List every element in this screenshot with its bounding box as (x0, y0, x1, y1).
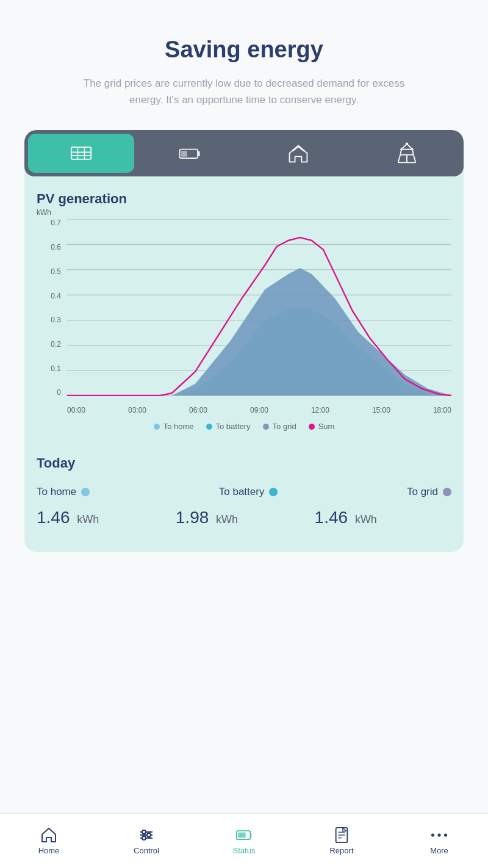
y-label-0: 0 (37, 389, 65, 396)
chart-section: PV generation kWh 0 0.1 0.2 0.3 0.4 0.5 … (24, 176, 464, 437)
bottom-nav: Home Control Status Report (0, 813, 488, 868)
y-label-2: 0.2 (37, 341, 65, 348)
svg-point-47 (444, 833, 447, 836)
legend-label-grid: To grid (273, 422, 296, 431)
stats-values-row: 1.46 kWh 1.98 kWh 1.46 kWh (37, 508, 451, 527)
page-title: Saving energy (24, 37, 464, 63)
stat-value-battery: 1.98 kWh (176, 508, 312, 527)
nav-more[interactable]: More (390, 826, 488, 855)
legend-label-battery: To battery (216, 422, 251, 431)
nav-home[interactable]: Home (0, 826, 98, 855)
stat-value-grid: 1.46 kWh (315, 508, 451, 527)
status-nav-icon (235, 826, 253, 844)
nav-more-label: More (430, 846, 448, 855)
y-axis-labels: 0 0.1 0.2 0.3 0.4 0.5 0.6 0.7 (37, 219, 65, 396)
svg-rect-7 (181, 151, 187, 157)
svg-point-45 (431, 833, 434, 836)
today-title: Today (37, 455, 451, 471)
y-label-6: 0.6 (37, 244, 65, 251)
report-nav-icon (333, 826, 350, 844)
legend-dot-grid (263, 424, 269, 430)
legend-dot-battery (206, 424, 212, 430)
x-label-4: 12:00 (311, 406, 329, 414)
more-nav-icon (431, 826, 448, 844)
stat-label-battery: To battery (219, 486, 278, 498)
nav-status[interactable]: Status (195, 826, 293, 855)
svg-point-18 (406, 143, 409, 146)
stat-value-grid-num: 1.46 (315, 508, 348, 527)
svg-point-37 (142, 836, 146, 840)
card-tab-bar (24, 130, 464, 176)
stat-value-battery-num: 1.98 (176, 508, 209, 527)
nav-control-label: Control (134, 846, 159, 855)
svg-point-35 (142, 830, 146, 834)
y-label-4: 0.4 (37, 292, 65, 300)
chart-title: PV generation (37, 191, 451, 207)
y-label-5: 0.5 (37, 268, 65, 275)
stat-dot-home (81, 488, 90, 496)
stat-unit-grid: kWh (355, 513, 377, 526)
legend-label-home: To home (163, 422, 194, 431)
svg-rect-40 (238, 833, 245, 838)
stat-dot-battery (269, 488, 278, 496)
stat-label-grid: To grid (407, 486, 451, 498)
legend-dot-sum (309, 424, 315, 430)
svg-point-36 (147, 833, 151, 837)
legend-label-sum: Sum (318, 422, 335, 431)
y-label-7: 0.7 (37, 219, 65, 226)
home-nav-icon (40, 826, 57, 844)
tab-grid[interactable] (354, 134, 460, 173)
svg-line-16 (414, 155, 416, 163)
x-axis-labels: 00:00 03:00 06:00 09:00 12:00 15:00 18:0… (67, 406, 451, 414)
x-label-5: 15:00 (372, 406, 390, 414)
tab-solar[interactable] (28, 134, 134, 173)
tab-home[interactable] (245, 134, 351, 173)
chart-container: kWh 0 0.1 0.2 0.3 0.4 0.5 0.6 0.7 (37, 219, 451, 414)
chart-svg-area (67, 219, 451, 396)
x-label-2: 06:00 (189, 406, 207, 414)
svg-point-46 (437, 833, 440, 836)
svg-marker-31 (172, 268, 451, 396)
svg-rect-39 (251, 833, 252, 836)
svg-rect-0 (71, 147, 91, 159)
nav-status-label: Status (233, 846, 256, 855)
legend-sum: Sum (309, 422, 335, 431)
stat-unit-battery: kWh (216, 513, 238, 526)
svg-point-19 (400, 148, 403, 151)
x-label-6: 18:00 (433, 406, 451, 414)
x-label-0: 00:00 (67, 406, 85, 414)
nav-home-label: Home (38, 846, 60, 855)
svg-line-14 (398, 155, 401, 163)
main-card: PV generation kWh 0 0.1 0.2 0.3 0.4 0.5 … (24, 130, 464, 552)
legend-to-grid: To grid (263, 422, 296, 431)
svg-point-20 (411, 148, 414, 151)
stat-dot-grid (443, 488, 451, 496)
legend-to-home: To home (154, 422, 194, 431)
stat-value-home-num: 1.46 (37, 508, 70, 527)
stat-label-grid-text: To grid (407, 486, 438, 498)
chart-legend: To home To battery To grid Sum (37, 422, 451, 431)
stat-label-home: To home (37, 486, 90, 498)
legend-to-battery: To battery (206, 422, 251, 431)
page-subtitle: The grid prices are currently low due to… (73, 75, 415, 108)
x-label-1: 03:00 (128, 406, 146, 414)
nav-report-label: Report (329, 846, 353, 855)
y-label-1: 0.1 (37, 365, 65, 372)
nav-control[interactable]: Control (98, 826, 195, 855)
y-label-3: 0.3 (37, 316, 65, 324)
control-nav-icon (138, 826, 155, 844)
stat-value-home: 1.46 kWh (37, 508, 173, 527)
stats-labels-row: To home To battery To grid (37, 486, 451, 498)
stat-label-battery-text: To battery (219, 486, 265, 498)
svg-rect-6 (198, 151, 199, 156)
nav-report[interactable]: Report (293, 826, 390, 855)
today-section: Today To home To battery To grid (24, 437, 464, 533)
x-label-3: 09:00 (250, 406, 268, 414)
stat-unit-home: kWh (77, 513, 99, 526)
y-axis-unit: kWh (37, 208, 51, 217)
tab-battery[interactable] (137, 134, 243, 173)
stat-label-home-text: To home (37, 486, 76, 498)
legend-dot-home (154, 424, 160, 430)
